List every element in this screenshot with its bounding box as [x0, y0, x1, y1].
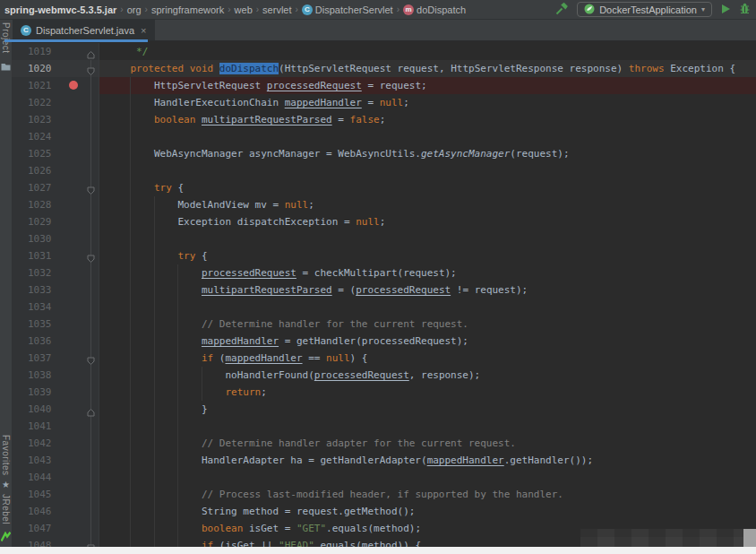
- breakpoint-area[interactable]: [62, 196, 81, 213]
- gutter: 1021: [12, 77, 99, 94]
- code-line-1041[interactable]: 1041: [12, 418, 756, 435]
- code-line-1036[interactable]: 1036 mappedHandler = getHandler(processe…: [12, 333, 756, 350]
- indent-guide: [177, 299, 178, 316]
- line-number: 1036: [12, 333, 62, 350]
- code-line-1020[interactable]: 1020 protected void doDispatch(HttpServl…: [12, 60, 756, 77]
- breakpoint-area[interactable]: [62, 145, 81, 162]
- build-hammer-icon[interactable]: [555, 2, 569, 17]
- breadcrumb-item[interactable]: spring-webmvc-5.3.5.jar: [4, 4, 117, 15]
- code-line-1042[interactable]: 1042 // Determine handler adapter for th…: [12, 435, 756, 452]
- code-text: // Determine handler adapter for the cur…: [99, 435, 756, 452]
- code-line-1045[interactable]: 1045 // Process last-modified header, if…: [12, 486, 756, 503]
- breadcrumb-item[interactable]: web: [234, 4, 253, 15]
- code-line-1026[interactable]: 1026: [12, 162, 756, 179]
- breadcrumb-separator: ›: [397, 4, 399, 14]
- line-number: 1035: [12, 316, 62, 333]
- fold-column: [81, 162, 99, 179]
- breakpoint-area[interactable]: [62, 384, 81, 401]
- breakpoint-area[interactable]: [62, 230, 81, 247]
- code-line-1032[interactable]: 1032 processedRequest = checkMultipart(r…: [12, 264, 756, 281]
- breakpoint-area[interactable]: [62, 213, 81, 230]
- breakpoint-area[interactable]: [62, 520, 81, 537]
- breadcrumb-separator: ›: [145, 4, 148, 14]
- favorites-star-icon[interactable]: ★: [2, 480, 10, 489]
- close-tab-icon[interactable]: ×: [141, 25, 146, 36]
- breakpoint-area[interactable]: [62, 94, 81, 111]
- line-number: 1023: [12, 111, 62, 128]
- code-line-1034[interactable]: 1034: [12, 299, 756, 316]
- gutter: 1033: [12, 281, 99, 299]
- line-number: 1032: [12, 264, 62, 281]
- breakpoint-area[interactable]: [62, 435, 81, 452]
- fold-column: [81, 60, 99, 77]
- code-line-1019[interactable]: 1019 */: [12, 43, 756, 60]
- breakpoint-area[interactable]: [62, 247, 81, 264]
- breakpoint-area[interactable]: [62, 503, 81, 520]
- fold-range-line: [90, 264, 91, 281]
- code-line-1021[interactable]: 1021 HttpServletRequest processedRequest…: [12, 77, 756, 94]
- breadcrumb-item[interactable]: mdoDispatch: [402, 4, 467, 15]
- fold-range-line: [90, 128, 91, 145]
- breakpoint-area[interactable]: [62, 316, 81, 333]
- tab-dispatcherservlet-java[interactable]: C DispatcherServlet.java ×: [13, 20, 155, 40]
- breadcrumb-item[interactable]: org: [126, 4, 142, 15]
- breakpoint-area[interactable]: [62, 264, 81, 281]
- fold-range-line: [90, 111, 91, 128]
- left-tool-stripe: Project Favorites ★ JRebel: [0, 19, 12, 547]
- code-line-1033[interactable]: 1033 multipartRequestParsed = (processed…: [12, 281, 756, 299]
- breakpoint-area[interactable]: [62, 162, 81, 179]
- code-line-1031[interactable]: 1031 try {: [12, 247, 756, 264]
- fold-range-line: [90, 384, 91, 401]
- code-line-1030[interactable]: 1030: [12, 230, 756, 247]
- code-line-1037[interactable]: 1037 if (mappedHandler == null) {: [12, 350, 756, 367]
- fold-column: [81, 418, 99, 435]
- line-number: 1038: [12, 367, 62, 384]
- code-line-1027[interactable]: 1027 try {: [12, 179, 756, 196]
- breakpoint-area[interactable]: [62, 452, 81, 469]
- line-number: 1031: [12, 247, 62, 264]
- code-line-1043[interactable]: 1043 HandlerAdapter ha = getHandlerAdapt…: [12, 452, 756, 469]
- breakpoint-area[interactable]: [62, 469, 81, 486]
- code-line-1044[interactable]: 1044: [12, 469, 756, 486]
- code-line-1046[interactable]: 1046 String method = request.getMethod()…: [12, 503, 756, 520]
- run-button[interactable]: [720, 4, 731, 16]
- run-config-selector[interactable]: DockerTestApplication ▾: [577, 2, 712, 17]
- breakpoint-dot[interactable]: [69, 81, 78, 90]
- code-line-1025[interactable]: 1025 WebAsyncManager asyncManager = WebA…: [12, 145, 756, 162]
- gutter: 1019: [12, 43, 99, 60]
- code-line-1039[interactable]: 1039 return;: [12, 384, 756, 401]
- debug-bug-icon[interactable]: [739, 3, 751, 16]
- breakpoint-area[interactable]: [62, 350, 81, 367]
- breadcrumb-item[interactable]: springframework: [150, 4, 225, 15]
- breakpoint-area[interactable]: [62, 418, 81, 435]
- code-line-1024[interactable]: 1024: [12, 128, 756, 145]
- indent-guide: [130, 469, 131, 486]
- breakpoint-area[interactable]: [62, 179, 81, 196]
- breakpoint-area[interactable]: [62, 401, 81, 418]
- breakpoint-area[interactable]: [62, 486, 81, 503]
- breakpoint-area[interactable]: [62, 77, 81, 94]
- code-line-1040[interactable]: 1040 }: [12, 401, 756, 418]
- code-line-1022[interactable]: 1022 HandlerExecutionChain mappedHandler…: [12, 94, 756, 111]
- breadcrumb-item[interactable]: servlet: [262, 4, 292, 15]
- code-line-1035[interactable]: 1035 // Determine handler for the curren…: [12, 316, 756, 333]
- code-editor[interactable]: 1019 */1020 protected void doDispatch(Ht…: [12, 40, 756, 554]
- code-line-1028[interactable]: 1028 ModelAndView mv = null;: [12, 196, 756, 213]
- breakpoint-area[interactable]: [62, 281, 81, 299]
- code-text: [99, 418, 756, 435]
- breakpoint-area[interactable]: [62, 128, 81, 145]
- breakpoint-area[interactable]: [62, 333, 81, 350]
- breakpoint-area[interactable]: [62, 60, 81, 77]
- breakpoint-area[interactable]: [62, 111, 81, 128]
- breakpoint-area[interactable]: [62, 43, 81, 60]
- code-line-1038[interactable]: 1038 noHandlerFound(processedRequest, re…: [12, 367, 756, 384]
- code-line-1023[interactable]: 1023 boolean multipartRequestParsed = fa…: [12, 111, 756, 128]
- breakpoint-area[interactable]: [62, 367, 81, 384]
- favorites-tool-label: Favorites: [1, 435, 11, 476]
- line-number: 1028: [12, 196, 62, 213]
- project-tool-button[interactable]: Project: [1, 22, 11, 74]
- breakpoint-area[interactable]: [62, 299, 81, 316]
- code-line-1029[interactable]: 1029 Exception dispatchException = null;: [12, 213, 756, 230]
- breadcrumb-item[interactable]: CDispatcherServlet: [301, 4, 394, 15]
- jrebel-icon[interactable]: [1, 529, 11, 545]
